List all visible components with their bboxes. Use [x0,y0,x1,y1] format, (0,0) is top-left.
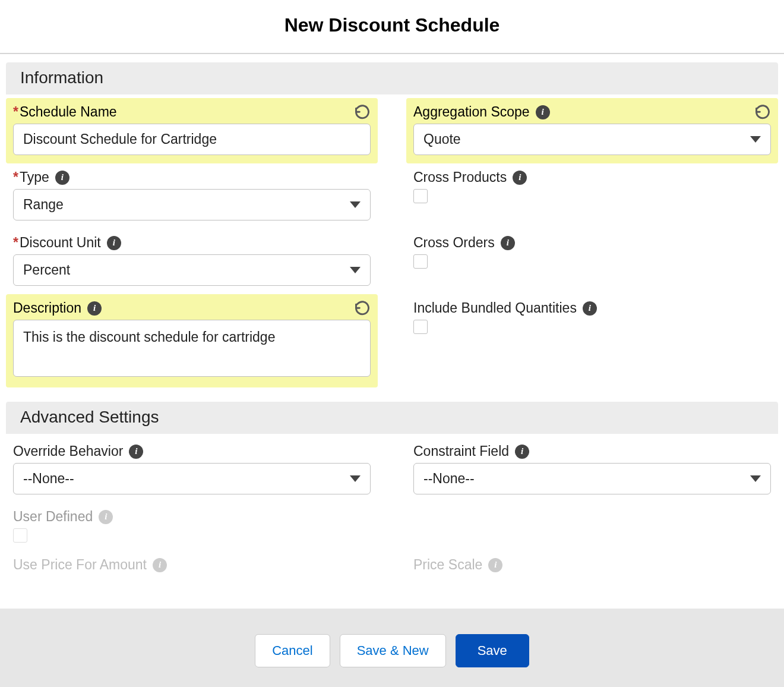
info-icon[interactable]: i [583,301,597,316]
user-defined-checkbox[interactable] [13,528,27,543]
include-bundled-label: Include Bundled Quantities [413,300,577,316]
chevron-down-icon [350,475,361,482]
footer-bar: Cancel Save & New Save [0,609,784,687]
info-icon[interactable]: i [87,301,102,316]
type-value: Range [23,197,64,213]
undo-icon[interactable] [754,103,771,119]
section-header-advanced: Advanced Settings [6,402,778,434]
chevron-down-icon [350,201,361,208]
save-button[interactable]: Save [456,634,529,667]
schedule-name-input[interactable] [13,124,371,155]
field-schedule-name: *Schedule Name [6,98,378,163]
info-icon[interactable]: i [99,510,113,524]
info-icon[interactable]: i [501,236,515,250]
constraint-field-select[interactable]: --None-- [413,463,771,494]
cross-products-label: Cross Products [413,169,507,185]
description-label: Description [13,300,81,316]
info-icon[interactable]: i [513,171,527,185]
section-advanced: Advanced Settings Override Behavior i --… [0,402,784,591]
aggregation-scope-value: Quote [423,131,461,147]
undo-icon[interactable] [354,299,371,316]
chevron-down-icon [750,136,761,143]
section-information: Information *Schedule Name Aggregat [0,62,784,393]
field-cross-orders: Cross Orders i [406,229,778,277]
info-icon[interactable]: i [515,445,529,459]
save-and-new-button[interactable]: Save & New [340,634,446,667]
discount-unit-value: Percent [23,262,70,278]
override-behavior-label: Override Behavior [13,443,123,459]
divider [0,53,784,54]
chevron-down-icon [350,267,361,273]
info-icon[interactable]: i [536,105,550,119]
discount-unit-select[interactable]: Percent [13,254,371,286]
undo-icon[interactable] [354,103,371,119]
chevron-down-icon [750,475,761,482]
type-select[interactable]: Range [13,189,371,220]
field-user-defined: User Defined i [6,503,378,551]
aggregation-scope-label: Aggregation Scope [413,104,530,120]
cross-orders-checkbox[interactable] [413,254,428,269]
constraint-field-label: Constraint Field [413,443,509,459]
cancel-button[interactable]: Cancel [255,634,330,667]
field-cross-products: Cross Products i [406,163,778,212]
aggregation-scope-select[interactable]: Quote [413,124,771,155]
field-discount-unit: *Discount Unit i Percent [6,229,378,294]
info-icon[interactable]: i [107,236,121,250]
field-description: Description i [6,294,378,387]
info-icon[interactable]: i [488,558,502,572]
field-type: *Type i Range [6,163,378,229]
schedule-name-label: *Schedule Name [13,104,117,120]
info-icon[interactable]: i [55,171,69,185]
field-price-scale: Price Scale i [406,551,778,585]
field-include-bundled: Include Bundled Quantities i [406,294,778,342]
cross-orders-label: Cross Orders [413,235,495,251]
cross-products-checkbox[interactable] [413,189,428,203]
price-scale-label: Price Scale [413,557,482,573]
include-bundled-checkbox[interactable] [413,320,428,334]
discount-unit-label: *Discount Unit [13,235,101,251]
field-use-price-for-amount: Use Price For Amount i [6,551,378,585]
info-icon[interactable]: i [129,445,143,459]
page-title: New Discount Schedule [0,0,784,53]
field-constraint-field: Constraint Field i --None-- [406,437,778,503]
info-icon[interactable]: i [153,558,167,572]
user-defined-label: User Defined [13,509,93,525]
constraint-field-value: --None-- [423,471,475,487]
override-behavior-value: --None-- [23,471,74,487]
description-textarea[interactable] [13,320,371,377]
override-behavior-select[interactable]: --None-- [13,463,371,494]
section-header-information: Information [6,62,778,94]
type-label: *Type [13,169,49,185]
use-price-for-amount-label: Use Price For Amount [13,557,147,573]
field-override-behavior: Override Behavior i --None-- [6,437,378,503]
field-aggregation-scope: Aggregation Scope i Quote [406,98,778,163]
